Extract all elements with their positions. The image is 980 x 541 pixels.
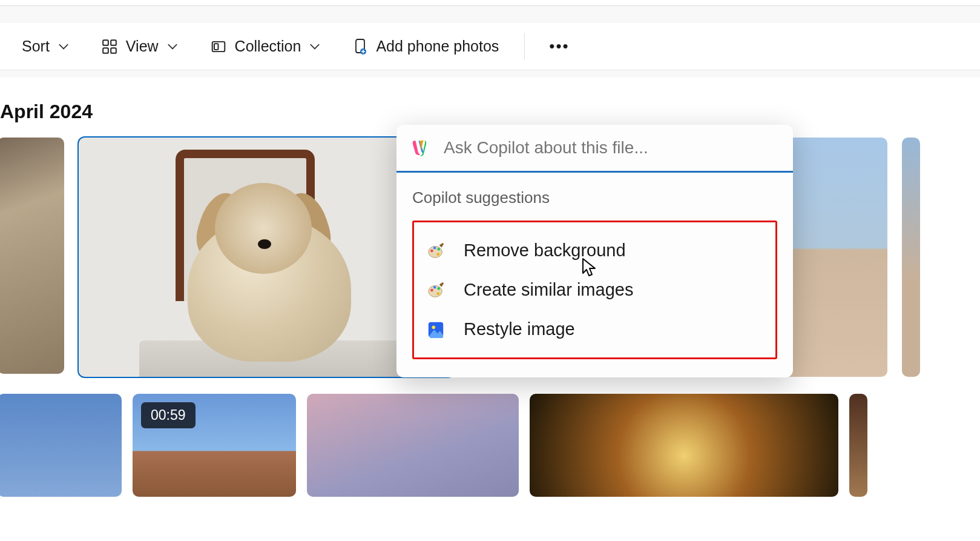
photo-icon — [426, 320, 446, 339]
palette-icon — [426, 280, 446, 300]
suggestion-remove-background[interactable]: Remove background — [420, 231, 769, 270]
video-duration-badge: 00:59 — [141, 402, 196, 428]
copilot-input-row — [396, 125, 793, 173]
view-label: View — [126, 38, 159, 55]
copilot-suggestions-title: Copilot suggestions — [412, 188, 777, 207]
add-phone-photos-button[interactable]: Add phone photos — [342, 32, 510, 61]
photo-thumbnail[interactable] — [849, 394, 867, 497]
photo-thumbnail[interactable] — [902, 138, 920, 377]
toolbar: Sort View Collection Add phone photos ••… — [0, 23, 980, 70]
svg-rect-2 — [103, 48, 108, 53]
photo-thumbnail[interactable] — [0, 138, 64, 374]
copilot-popover: Copilot suggestions Remove background Cr… — [396, 125, 793, 377]
section-header: April 2024 — [0, 101, 980, 123]
svg-point-12 — [437, 253, 440, 256]
add-phone-label: Add phone photos — [376, 38, 499, 55]
svg-point-17 — [437, 292, 440, 295]
window-top-stripe — [0, 0, 980, 6]
svg-rect-3 — [111, 48, 116, 53]
copilot-suggestions-highlight: Remove background Create similar images … — [412, 221, 777, 359]
photo-thumbnail[interactable] — [307, 394, 519, 497]
toolbar-divider — [524, 33, 525, 60]
collection-label: Collection — [235, 38, 301, 55]
suggestion-label: Restyle image — [464, 319, 575, 339]
collection-icon — [211, 39, 226, 55]
video-thumbnail[interactable]: 00:59 — [133, 394, 296, 497]
suggestion-label: Remove background — [464, 241, 626, 261]
copilot-body: Copilot suggestions Remove background Cr… — [396, 173, 793, 377]
more-icon: ••• — [549, 37, 569, 55]
sort-button[interactable]: Sort — [11, 32, 80, 61]
svg-rect-1 — [111, 40, 116, 45]
palette-icon — [426, 241, 446, 261]
photo-thumbnail[interactable] — [0, 394, 122, 497]
phone-add-icon — [353, 38, 367, 55]
copilot-input[interactable] — [444, 138, 776, 158]
svg-point-9 — [430, 249, 433, 252]
chevron-down-icon — [58, 41, 69, 52]
suggestion-label: Create similar images — [464, 280, 633, 300]
view-grid-icon — [102, 39, 117, 55]
suggestion-restyle-image[interactable]: Restyle image — [420, 310, 769, 349]
svg-point-16 — [437, 287, 440, 290]
chevron-down-icon — [167, 41, 178, 52]
sort-label: Sort — [22, 38, 50, 55]
svg-rect-0 — [103, 40, 108, 45]
svg-rect-5 — [214, 44, 219, 50]
svg-point-15 — [433, 286, 436, 289]
collection-button[interactable]: Collection — [200, 32, 332, 61]
view-button[interactable]: View — [91, 32, 189, 61]
photo-thumbnail[interactable] — [530, 394, 838, 497]
svg-point-14 — [430, 288, 433, 291]
more-button[interactable]: ••• — [539, 31, 579, 62]
svg-point-11 — [437, 247, 440, 250]
svg-point-19 — [432, 325, 435, 329]
suggestion-create-similar[interactable]: Create similar images — [420, 270, 769, 310]
chevron-down-icon — [309, 41, 320, 52]
copilot-logo-icon — [410, 137, 432, 159]
photo-row-2: 00:59 — [0, 394, 980, 497]
svg-point-10 — [433, 247, 436, 250]
